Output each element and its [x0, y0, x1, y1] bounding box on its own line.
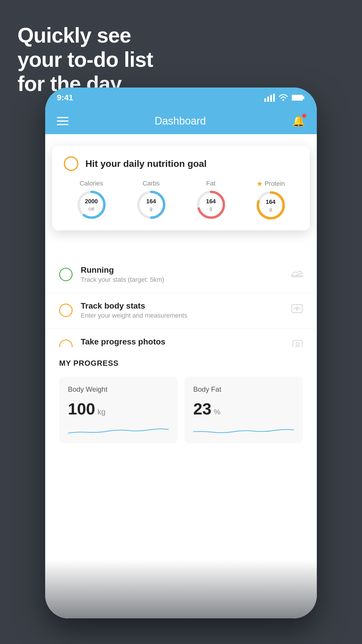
wifi-icon [278, 94, 288, 102]
star-icon: ★ [256, 180, 263, 188]
todo-running-circle [59, 268, 73, 281]
body-fat-number: 23 [193, 399, 211, 418]
status-bar: 9:41 [45, 88, 317, 108]
scale-icon [291, 304, 303, 317]
hamburger-menu[interactable] [57, 117, 68, 125]
todo-body-stats-subtitle: Enter your weight and measurements [81, 312, 283, 319]
svg-point-16 [296, 308, 298, 310]
todo-body-stats-title: Track body stats [81, 301, 283, 311]
nav-title: Dashboard [154, 115, 206, 127]
notification-bell[interactable]: 🔔 [292, 115, 305, 127]
signal-icon [264, 94, 275, 102]
fat-value: 164g [206, 198, 216, 212]
stat-fat-label: Fat [206, 180, 216, 187]
body-fat-value: 23 % [193, 399, 294, 418]
notification-dot [302, 114, 306, 118]
svg-rect-1 [267, 97, 269, 102]
todo-running-subtitle: Track your stats (target: 5km) [81, 276, 283, 284]
todo-body-stats-text: Track body stats Enter your weight and m… [81, 301, 283, 319]
fat-donut: 164g [196, 190, 226, 219]
nav-bar: Dashboard 🔔 [45, 108, 317, 134]
body-weight-number: 100 [68, 399, 95, 418]
nutrition-card[interactable]: Hit your daily nutrition goal Calories 2… [52, 146, 310, 230]
headline-line2: your to-do list [17, 48, 153, 72]
nutrition-card-title: Hit your daily nutrition goal [85, 158, 207, 169]
status-icons [264, 94, 305, 102]
calories-value: 2000cal [85, 198, 98, 212]
stat-carbs: Carbs 164g [137, 180, 166, 220]
stat-calories: Calories 2000cal [77, 180, 106, 220]
carbs-donut: 164g [137, 190, 166, 219]
todo-photos-title: Take progress photos [81, 337, 284, 346]
progress-card-weight[interactable]: Body Weight 100 kg [59, 377, 178, 443]
body-weight-title: Body Weight [68, 385, 169, 393]
protein-donut: 164g [256, 191, 285, 220]
todo-item-running[interactable]: Running Track your stats (target: 5km) [45, 257, 317, 293]
body-weight-value: 100 kg [68, 399, 169, 418]
stat-calories-label: Calories [80, 180, 103, 187]
carbs-value: 164g [146, 198, 156, 212]
todo-body-stats-circle [59, 304, 73, 317]
svg-rect-0 [264, 98, 266, 102]
stat-fat: Fat 164g [196, 180, 226, 220]
svg-point-18 [296, 342, 299, 345]
calories-donut: 2000cal [77, 190, 106, 219]
todo-item-body-stats[interactable]: Track body stats Enter your weight and m… [45, 293, 317, 328]
body-weight-unit: kg [97, 407, 105, 416]
todo-running-text: Running Track your stats (target: 5km) [81, 265, 283, 284]
stat-protein-label: ★ Protein [256, 180, 285, 188]
body-fat-chart [193, 423, 294, 438]
protein-value: 164g [266, 198, 275, 212]
nutrition-circle-check [64, 156, 78, 171]
body-weight-chart [68, 423, 169, 438]
status-time: 9:41 [57, 93, 73, 102]
progress-section: MY PROGRESS Body Weight 100 kg [45, 347, 317, 455]
headline: Quickly see your to-do list for the day. [17, 23, 153, 96]
svg-point-4 [282, 99, 284, 101]
headline-line1: Quickly see [17, 23, 153, 48]
svg-rect-6 [303, 96, 304, 99]
progress-header: MY PROGRESS [59, 359, 303, 368]
nutrition-stats: Calories 2000cal Carbs [64, 180, 298, 220]
battery-icon [292, 94, 305, 101]
svg-rect-5 [292, 95, 303, 101]
phone-bottom-shadow [45, 560, 317, 618]
stat-protein: ★ Protein 164g [256, 180, 285, 220]
todo-running-title: Running [81, 265, 283, 275]
progress-card-fat[interactable]: Body Fat 23 % [184, 377, 303, 443]
main-content: THINGS TO DO TODAY Hit your daily nutrit… [45, 134, 317, 618]
body-fat-unit: % [214, 407, 220, 416]
nutrition-card-header: Hit your daily nutrition goal [64, 156, 298, 171]
svg-rect-3 [273, 94, 275, 102]
running-shoe-icon [291, 268, 303, 281]
svg-rect-2 [270, 95, 272, 102]
stat-carbs-label: Carbs [143, 180, 160, 187]
phone-frame: 9:41 D [45, 88, 317, 618]
progress-cards: Body Weight 100 kg Body Fat 23 [59, 377, 303, 443]
body-fat-title: Body Fat [193, 385, 294, 393]
